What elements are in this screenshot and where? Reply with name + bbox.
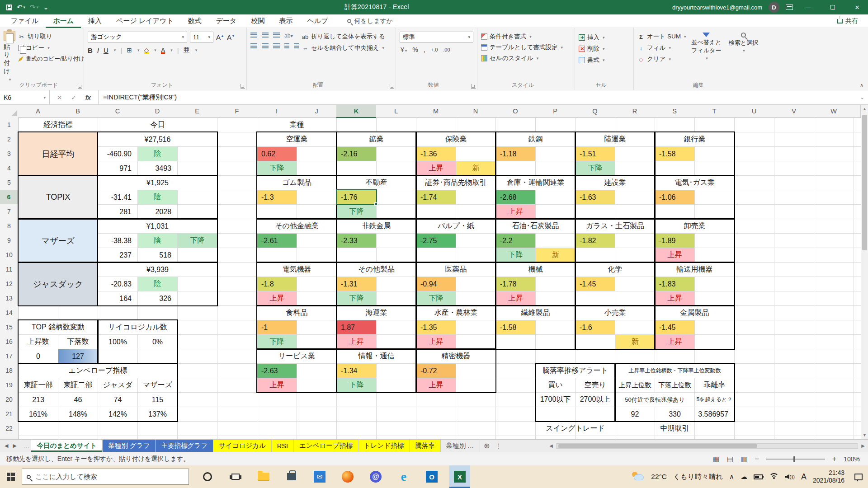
font-dialog-launcher-icon[interactable]: [241, 84, 245, 89]
decrease-decimal-icon[interactable]: .00: [443, 47, 450, 52]
sheet-tab[interactable]: 今日のまとめサイト: [31, 440, 103, 452]
outlook-button[interactable]: O: [421, 465, 442, 488]
industry-new-flag[interactable]: [694, 291, 735, 306]
row-header-20[interactable]: 20: [0, 392, 19, 407]
sheet-nav-right-icon[interactable]: ▶: [13, 443, 16, 449]
industry-value[interactable]: -2.68: [495, 190, 536, 205]
industry-value[interactable]: 1.87: [336, 320, 377, 335]
ribbon-tab-校閲[interactable]: 校閲: [244, 14, 272, 28]
industry-new-flag[interactable]: [615, 291, 655, 306]
email-app-button[interactable]: @: [365, 465, 386, 488]
industry-value[interactable]: -1.18: [495, 146, 536, 161]
industry-new-flag[interactable]: [297, 378, 337, 393]
sheet-tab[interactable]: 主要指標グラフ: [156, 440, 213, 452]
deviation-note[interactable]: 5を超えると？: [694, 392, 735, 407]
cell[interactable]: [297, 277, 337, 291]
industry-new-flag[interactable]: 新: [456, 161, 496, 176]
column-header-N[interactable]: N: [456, 105, 496, 118]
indicator-name[interactable]: ジャスダック: [18, 262, 98, 306]
indicator-price[interactable]: ¥3,939: [98, 262, 217, 277]
industry-value[interactable]: -1.51: [575, 146, 615, 161]
paste-button[interactable]: 貼り付け▾: [4, 31, 15, 82]
cell[interactable]: [297, 233, 337, 248]
industry-new-flag[interactable]: [694, 248, 735, 263]
column-header-C[interactable]: C: [98, 105, 138, 118]
name-box[interactable]: K6▾: [0, 90, 50, 104]
cell[interactable]: [177, 291, 217, 306]
industry-value[interactable]: -1.78: [495, 277, 536, 291]
sheet-tab[interactable]: トレンド指標: [359, 440, 410, 452]
industry-value[interactable]: -1.6: [575, 320, 615, 335]
industry-new-flag[interactable]: [376, 334, 416, 349]
industry-new-flag[interactable]: [297, 334, 337, 349]
industry-trend[interactable]: [655, 204, 695, 219]
cell[interactable]: [376, 233, 416, 248]
hscroll-left-icon[interactable]: ◀: [547, 443, 555, 448]
formula-bar-expand-icon[interactable]: ⌄: [856, 90, 868, 104]
industry-new-flag[interactable]: [297, 204, 337, 219]
rank-note[interactable]: 50付近で反転兆候あり: [615, 392, 695, 407]
sheet-nav-left-icon[interactable]: ◀: [5, 443, 8, 449]
format-as-table-button[interactable]: テーブルとして書式設定▾: [481, 43, 563, 52]
cancel-icon[interactable]: ✕: [57, 94, 62, 101]
indicator-count[interactable]: 237: [98, 248, 138, 263]
clock[interactable]: 21:43 2021/08/16: [813, 469, 844, 485]
cell[interactable]: [297, 146, 337, 161]
deviation-label[interactable]: 乖離率: [694, 378, 735, 393]
cell[interactable]: [535, 190, 576, 205]
new-sheet-icon[interactable]: ⊕: [480, 440, 494, 452]
scroll-up-icon[interactable]: ▲: [861, 105, 868, 113]
industry-trend[interactable]: [336, 248, 377, 263]
collapse-ribbon-icon[interactable]: ∧: [860, 82, 863, 88]
grow-font-button[interactable]: A▲: [216, 33, 224, 41]
industry-name[interactable]: 繊維製品: [495, 305, 576, 320]
mail-button[interactable]: ✉: [309, 465, 330, 488]
column-header-R[interactable]: R: [615, 105, 655, 118]
close-button[interactable]: ✕: [848, 0, 866, 14]
column-header-V[interactable]: V: [774, 105, 814, 118]
cell[interactable]: [376, 190, 416, 205]
alignment-dialog-launcher-icon[interactable]: [390, 84, 394, 89]
industry-name[interactable]: サービス業: [257, 349, 337, 364]
row-header-2[interactable]: 2: [0, 132, 19, 147]
conditional-formatting-button[interactable]: 条件付き書式▾: [481, 33, 563, 41]
row-header-4[interactable]: 4: [0, 161, 19, 176]
zoom-out-icon[interactable]: −: [755, 455, 759, 463]
maximize-button[interactable]: [824, 0, 842, 14]
industry-value[interactable]: -1.83: [655, 277, 695, 291]
ribbon-tab-ヘルプ[interactable]: ヘルプ: [300, 14, 335, 28]
row-header-3[interactable]: 3: [0, 146, 19, 161]
industry-name[interactable]: 不動産: [336, 175, 416, 190]
today-header[interactable]: 今日: [98, 117, 217, 132]
sort-filter-button[interactable]: 並べ替えとフィルター▾: [689, 31, 723, 82]
industry-trend[interactable]: [495, 161, 536, 176]
insert-cells-button[interactable]: 挿入▾: [579, 33, 605, 42]
industry-new-flag[interactable]: [615, 161, 655, 176]
industry-value[interactable]: -1.82: [575, 233, 615, 248]
sheet-tab[interactable]: RSI: [272, 440, 294, 452]
industry-trend[interactable]: 下降: [336, 291, 377, 306]
psychological-title[interactable]: サイコロジカル数: [98, 320, 178, 335]
column-header-J[interactable]: J: [297, 105, 337, 118]
down-rank-label[interactable]: 下落上位数: [655, 378, 695, 393]
industry-new-flag[interactable]: [535, 334, 576, 349]
number-format-select[interactable]: 標準▾: [400, 32, 473, 42]
industry-trend[interactable]: [257, 204, 297, 219]
industry-new-flag[interactable]: [456, 248, 496, 263]
cell[interactable]: [376, 363, 416, 378]
delete-cells-button[interactable]: 削除▾: [579, 45, 605, 53]
weather-desc[interactable]: くもり時々晴れ: [673, 472, 723, 482]
row-header-19[interactable]: 19: [0, 378, 19, 393]
indicator-candle[interactable]: 陰: [137, 190, 178, 205]
fill-button[interactable]: ↓フィル▾: [637, 44, 686, 52]
row-header-9[interactable]: 9: [0, 233, 19, 248]
sheet-tab[interactable]: 業種別 グラフ: [103, 440, 156, 452]
industry-trend[interactable]: 上昇: [336, 334, 377, 349]
industry-name[interactable]: 鉄鋼: [495, 132, 576, 147]
tell-me-search[interactable]: 何をしますか: [347, 17, 393, 25]
row-header-10[interactable]: 10: [0, 248, 19, 263]
industry-new-flag[interactable]: [376, 161, 416, 176]
industry-name[interactable]: 化学: [575, 262, 655, 277]
ribbon-display-options-icon[interactable]: [786, 5, 793, 10]
indicator-trend[interactable]: 下降: [177, 233, 217, 248]
